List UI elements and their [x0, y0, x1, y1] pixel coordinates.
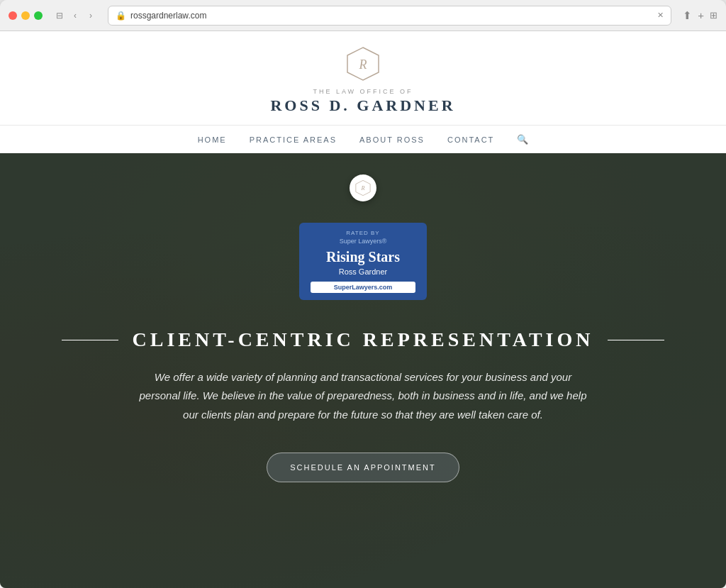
back-button[interactable]: ‹: [69, 10, 81, 21]
svg-text:R: R: [360, 185, 364, 192]
badge-name: Ross Gardner: [311, 267, 415, 276]
forward-button[interactable]: ›: [85, 10, 96, 21]
toolbar-right: ⬆ + ⊞: [683, 9, 717, 22]
share-icon[interactable]: ⬆: [683, 9, 692, 22]
hero-content: R RATED BY Super Lawyers® Rising Stars R…: [0, 153, 726, 482]
site-header: R THE LAW OFFICE OF ROSS D. GARDNER HOME…: [0, 31, 726, 153]
hero-body-text: We offer a wide variety of planning and …: [122, 368, 604, 424]
sidebar-toggle[interactable]: ⊟: [54, 10, 65, 21]
maximize-button[interactable]: [34, 11, 43, 20]
site-navigation: HOME PRACTICE AREAS ABOUT ROSS CONTACT 🔍: [0, 125, 726, 153]
nav-contact[interactable]: CONTACT: [447, 135, 494, 144]
scroll-logo: R: [350, 174, 376, 201]
badge-website: SuperLawyers.com: [311, 282, 415, 293]
address-bar[interactable]: 🔒 rossgardnerlaw.com ✕: [108, 6, 671, 26]
close-tab-icon[interactable]: ✕: [657, 11, 664, 20]
site-logo[interactable]: R: [345, 45, 381, 82]
badge-title: Rising Stars: [311, 249, 415, 265]
badge-rated-by: RATED BY: [311, 230, 415, 236]
minimize-button[interactable]: [21, 11, 30, 20]
close-button[interactable]: [9, 11, 17, 20]
logo-tagline: THE LAW OFFICE OF: [0, 88, 726, 95]
hero-section: R RATED BY Super Lawyers® Rising Stars R…: [0, 153, 726, 588]
browser-window: ⊟ ‹ › 🔒 rossgardnerlaw.com ✕ ⬆ + ⊞ R TH: [0, 0, 726, 588]
svg-text:R: R: [359, 57, 367, 72]
logo-name: ROSS D. GARDNER: [0, 96, 726, 115]
schedule-appointment-button[interactable]: SCHEDULE AN APPOINTMENT: [267, 453, 459, 482]
nav-practice-areas[interactable]: PRACTICE AREAS: [250, 135, 337, 144]
hero-line-right: [608, 340, 664, 340]
badge-super-lawyers-label: Super Lawyers®: [311, 238, 415, 245]
browser-titlebar: ⊟ ‹ › 🔒 rossgardnerlaw.com ✕ ⬆ + ⊞: [0, 0, 726, 31]
nav-home[interactable]: HOME: [198, 135, 227, 144]
hero-line-left: [62, 340, 118, 340]
hero-heading-wrapper: CLIENT-CENTRIC REPRESENTATION: [62, 328, 665, 351]
hero-heading: CLIENT-CENTRIC REPRESENTATION: [133, 328, 594, 351]
traffic-lights: [9, 11, 43, 20]
grid-icon[interactable]: ⊞: [710, 10, 717, 21]
url-display: rossgardnerlaw.com: [130, 11, 206, 21]
search-icon[interactable]: 🔍: [517, 134, 528, 145]
browser-controls: ⊟ ‹ ›: [54, 10, 96, 21]
new-tab-icon[interactable]: +: [698, 9, 704, 21]
rising-stars-badge: RATED BY Super Lawyers® Rising Stars Ros…: [299, 223, 427, 300]
website-content: R THE LAW OFFICE OF ROSS D. GARDNER HOME…: [0, 31, 726, 588]
nav-about-ross[interactable]: ABOUT ROSS: [359, 135, 425, 144]
security-icon: 🔒: [116, 11, 126, 21]
